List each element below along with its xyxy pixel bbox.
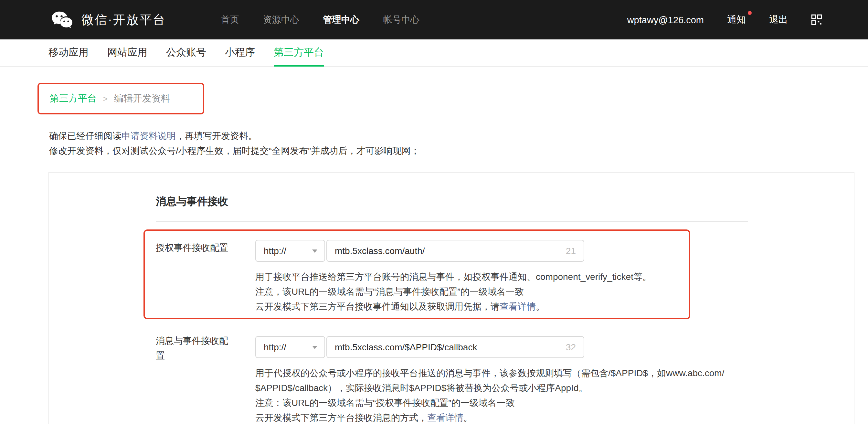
intro-line1: 确保已经仔细阅读申请资料说明，再填写开发资料。 <box>49 129 420 144</box>
intro-line2: 修改开发资料，仅对测试公众号/小程序生效，届时提交“全网发布”并成功后，才可影响… <box>49 144 420 158</box>
wechat-logo-icon <box>51 11 73 29</box>
tab-website-app[interactable]: 网站应用 <box>107 39 147 66</box>
auth-protocol-value: http:// <box>264 246 286 256</box>
message-help-line1: 用于代授权的公众号或小程序的接收平台推送的消息与事件，该参数按规则填写（需包含/… <box>255 366 724 381</box>
section-divider <box>156 221 748 222</box>
top-header: 微信·开放平台 首页 资源中心 管理中心 帐号中心 wptawy@126.com… <box>0 0 868 39</box>
nav-resource-center[interactable]: 资源中心 <box>263 14 299 26</box>
auth-url-char-counter: 21 <box>566 246 576 256</box>
message-url-char-counter: 32 <box>566 342 576 352</box>
chevron-down-icon <box>312 249 317 252</box>
nav-management-center[interactable]: 管理中心 <box>323 14 359 26</box>
message-help-line4-suffix: 。 <box>463 412 472 423</box>
category-tabbar: 移动应用 网站应用 公众账号 小程序 第三方平台 <box>0 39 868 67</box>
nav-home[interactable]: 首页 <box>221 14 239 26</box>
intro-line1-suffix: ，再填写开发资料。 <box>176 130 257 141</box>
apply-material-doc-link[interactable]: 申请资料说明 <box>122 130 176 141</box>
qr-code-icon[interactable] <box>811 14 822 25</box>
header-nav: 首页 资源中心 管理中心 帐号中心 <box>221 14 420 26</box>
breadcrumb-separator: > <box>103 94 107 103</box>
message-help-line4-prefix: 云开发模式下第三方平台接收消息的方式， <box>255 412 427 423</box>
message-help-text: 用于代授权的公众号或小程序的接收平台推送的消息与事件，该参数按规则填写（需包含/… <box>255 366 724 424</box>
auth-url-input[interactable] <box>327 240 584 262</box>
intro-text: 确保已经仔细阅读申请资料说明，再填写开发资料。 修改开发资料，仅对测试公众号/小… <box>49 129 420 158</box>
nav-account-center[interactable]: 帐号中心 <box>383 14 420 26</box>
chevron-down-icon <box>312 345 317 349</box>
tab-third-party-platform[interactable]: 第三方平台 <box>274 39 324 66</box>
message-help-line3: 注意：该URL的一级域名需与“授权事件接收配置”的一级域名一致 <box>255 396 724 411</box>
auth-protocol-select[interactable]: http:// <box>255 240 325 262</box>
message-help-line4: 云开发模式下第三方平台接收消息的方式，查看详情。 <box>255 411 724 424</box>
intro-line1-prefix: 确保已经仔细阅读 <box>49 130 122 141</box>
message-view-details-link[interactable]: 查看详情 <box>427 412 463 423</box>
breadcrumb-current: 编辑开发资料 <box>114 92 170 105</box>
notifications-link[interactable]: 通知 <box>727 13 746 26</box>
auth-help-line1: 用于接收平台推送给第三方平台账号的消息与事件，如授权事件通知、component… <box>255 270 651 284</box>
message-protocol-select[interactable]: http:// <box>255 336 325 358</box>
message-url-input[interactable] <box>327 336 584 358</box>
annotation-box-breadcrumb: 第三方平台 > 编辑开发资料 <box>37 83 204 114</box>
form-card: 消息与事件接收 授权事件接收配置 http:// 21 用于接收平台推送给第三方… <box>49 172 855 424</box>
auth-event-url-label: 授权事件接收配置 <box>156 240 228 255</box>
breadcrumb-parent-link[interactable]: 第三方平台 <box>50 92 97 105</box>
section-title: 消息与事件接收 <box>156 195 228 209</box>
message-help-line2: $APPID$/callback），实际接收消息时$APPID$将被替换为公众号… <box>255 381 724 396</box>
auth-help-line3-suffix: 。 <box>536 301 545 311</box>
tab-mobile-app[interactable]: 移动应用 <box>49 39 89 66</box>
auth-help-line2: 注意，该URL的一级域名需与“消息与事件接收配置”的一级域名一致 <box>255 284 651 299</box>
notification-dot <box>748 11 752 15</box>
account-email: wptawy@126.com <box>627 14 704 25</box>
auth-help-line3: 云开发模式下第三方平台接收事件通知以及获取调用凭据，请查看详情。 <box>255 299 651 314</box>
page: 微信·开放平台 首页 资源中心 管理中心 帐号中心 wptawy@126.com… <box>0 0 868 424</box>
message-event-url-label: 消息与事件接收配置 <box>156 334 236 363</box>
auth-url-input-wrap: 21 <box>327 240 584 262</box>
auth-help-text: 用于接收平台推送给第三方平台账号的消息与事件，如授权事件通知、component… <box>255 270 651 314</box>
brand-title: 微信·开放平台 <box>82 11 166 28</box>
message-protocol-value: http:// <box>264 342 286 352</box>
notifications-label: 通知 <box>727 14 746 25</box>
brand[interactable]: 微信·开放平台 <box>51 11 166 29</box>
auth-help-line3-prefix: 云开发模式下第三方平台接收事件通知以及获取调用凭据，请 <box>255 301 500 311</box>
tab-official-account[interactable]: 公众账号 <box>166 39 206 66</box>
auth-view-details-link[interactable]: 查看详情 <box>500 301 536 311</box>
tab-mini-program[interactable]: 小程序 <box>225 39 255 66</box>
message-url-input-wrap: 32 <box>327 336 584 358</box>
header-right: wptawy@126.com 通知 退出 <box>627 13 822 26</box>
logout-link[interactable]: 退出 <box>769 13 788 26</box>
